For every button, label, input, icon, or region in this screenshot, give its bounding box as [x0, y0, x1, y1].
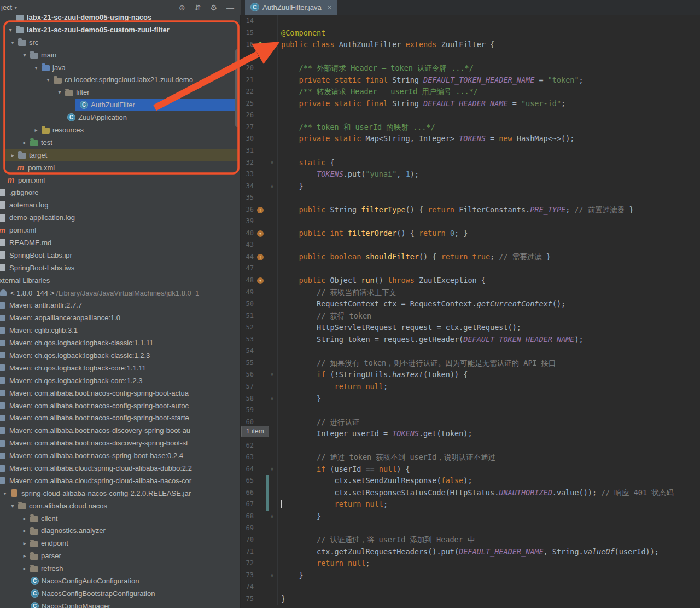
tree-item[interactable]: SpringBoot-Labs.ipr — [0, 249, 240, 262]
code-editor[interactable]: 1415@Component16public class AuthZuulFil… — [241, 15, 700, 608]
code-line[interactable]: 69 — [241, 523, 700, 535]
tree-item[interactable]: External Libraries — [0, 274, 240, 287]
chevron-down-icon[interactable]: ▾ — [8, 503, 18, 509]
tree-item[interactable]: CNacosConfigAutoConfiguration — [0, 575, 240, 587]
code-line[interactable]: 68∧ } — [241, 511, 700, 523]
settings-gear-icon[interactable]: ⚙ — [210, 3, 217, 12]
code-line[interactable]: 47 — [241, 263, 700, 275]
chevron-down-icon[interactable]: ▾ — [8, 39, 18, 45]
code-line[interactable]: 74 — [241, 581, 700, 593]
fold-marker-icon[interactable]: ∨ — [267, 157, 278, 169]
close-icon[interactable]: × — [328, 3, 332, 11]
tree-item[interactable]: CNacosConfigManager — [0, 600, 240, 608]
chevron-down-icon[interactable]: ▾ — [5, 27, 15, 33]
code-line[interactable]: 54 — [241, 345, 700, 357]
code-line[interactable]: 56∨ if (!StringUtils.hasText(token)) { — [241, 369, 700, 381]
code-line[interactable]: 55 // 如果没有 token，则不进行认证。因为可能是无需认证的 API 接… — [241, 357, 700, 369]
chevron-right-icon[interactable]: ▸ — [20, 516, 30, 522]
tree-item[interactable]: Maven: cglib:cglib:3.1 — [0, 324, 240, 337]
chevron-down-icon[interactable]: ▾ — [0, 490, 10, 496]
tree-item[interactable]: CNacosConfigBootstrapConfiguration — [0, 587, 240, 600]
tree-item[interactable]: CZuulApplication — [0, 111, 240, 124]
code-line[interactable]: 72 return null; — [241, 558, 700, 570]
project-view-selector[interactable]: ject ▾ — [0, 3, 17, 11]
tree-item[interactable]: ▸endpoint — [0, 537, 240, 549]
tree-item[interactable]: Maven: ch.qos.logback:logback-classic:1.… — [0, 337, 240, 349]
tree-item[interactable]: ▸parser — [0, 549, 240, 562]
hide-panel-icon[interactable]: — — [226, 3, 234, 12]
tree-item[interactable]: ▾cn.iocoder.springcloud.labx21.zuul.demo — [0, 73, 240, 86]
code-line[interactable]: 53 String token = request.getHeader(DEFA… — [241, 334, 700, 346]
tree-item[interactable]: Maven: com.alibaba.boot:nacos-config-spr… — [0, 387, 240, 399]
tree-item[interactable]: ▸resources — [0, 124, 240, 136]
chevron-right-icon[interactable]: ▸ — [20, 565, 30, 571]
code-line[interactable]: 22 /** 转发请求 Header — userId 用户编号 ...*/ — [241, 86, 700, 98]
tree-item[interactable]: Maven: com.alibaba.cloud:spring-cloud-al… — [0, 474, 240, 487]
code-line[interactable]: 35 — [241, 192, 700, 204]
code-line[interactable]: 31 — [241, 145, 700, 157]
chevron-right-icon[interactable]: ▸ — [20, 540, 30, 546]
tree-item[interactable]: ▾java — [0, 61, 240, 74]
tree-item[interactable]: Maven: aopalliance:aopalliance:1.0 — [0, 311, 240, 324]
fold-marker-icon[interactable]: ∧ — [267, 393, 278, 405]
code-line[interactable]: 48↑ public Object run() throws ZuulExcep… — [241, 275, 700, 287]
tree-item[interactable]: ▾main — [0, 49, 240, 61]
tree-item[interactable]: CAuthZuulFilter — [0, 99, 240, 111]
code-line[interactable]: 71 ctx.getZuulRequestHeaders().put(DEFAU… — [241, 546, 700, 558]
code-line[interactable]: 34∧ } — [241, 181, 700, 193]
code-line[interactable]: 60 // 进行认证 — [241, 416, 700, 429]
spring-bean-icon[interactable] — [254, 39, 267, 51]
tree-item[interactable]: mpom.xml — [0, 161, 240, 174]
code-line[interactable]: 16public class AuthZuulFilter extends Zu… — [241, 39, 700, 51]
tree-item[interactable]: Maven: com.alibaba.boot:nacos-config-spr… — [0, 399, 240, 412]
tree-item[interactable]: demo-application.log — [0, 211, 240, 224]
code-line[interactable]: 49 // 获取当前请求上下文 — [241, 287, 700, 299]
code-line[interactable]: 59 — [241, 404, 700, 416]
code-line[interactable]: 20 /** 外部请求 Header — token 认证令牌 ...*/ — [241, 62, 700, 74]
code-line[interactable]: 39 — [241, 216, 700, 228]
tree-item[interactable]: README.md — [0, 236, 240, 249]
code-line[interactable]: 58∧ } — [241, 393, 700, 405]
code-line[interactable]: 67 return null; — [241, 499, 700, 511]
code-line[interactable] — [241, 51, 700, 63]
tree-item[interactable]: Maven: com.alibaba.boot:nacos-discovery-… — [0, 437, 240, 449]
code-line[interactable]: 27 /** token 和 userId 的映射 ...*/ — [241, 121, 700, 134]
code-line[interactable]: 44↑ public boolean shouldFilter() { retu… — [241, 251, 700, 263]
chevron-right-icon[interactable]: ▸ — [20, 528, 30, 534]
code-line[interactable]: 73∧ } — [241, 570, 700, 582]
code-line[interactable]: 62 — [241, 440, 700, 452]
code-line[interactable]: 40↑ public int filterOrder() { return 0;… — [241, 228, 700, 240]
chevron-right-icon[interactable]: ▸ — [8, 152, 18, 158]
overriding-method-icon[interactable]: ↑ — [254, 251, 267, 263]
fold-marker-icon[interactable]: ∧ — [267, 570, 278, 582]
code-line[interactable]: 57 return null; — [241, 381, 700, 393]
tree-item[interactable]: ▸diagnostics.analyzer — [0, 525, 240, 537]
code-line[interactable]: 52 HttpServletRequest request = ctx.getR… — [241, 322, 700, 334]
code-line[interactable]: 70 // 认证通过，将 userId 添加到 Header 中 — [241, 534, 700, 546]
code-line[interactable]: 51 // 获得 token — [241, 310, 700, 322]
chevron-right-icon[interactable]: ▸ — [20, 140, 30, 146]
tree-item[interactable]: ▸client — [0, 512, 240, 525]
tree-item[interactable]: Maven: com.alibaba.boot:nacos-spring-boo… — [0, 449, 240, 462]
tab-authzuulfilter[interactable]: C AuthZuulFilter.java × — [245, 0, 337, 15]
tree-item[interactable]: Maven: antlr:antlr:2.7.7 — [0, 299, 240, 311]
overriding-method-icon[interactable]: ↑ — [254, 228, 267, 240]
code-line[interactable]: 25 private static final String DEFAULT_H… — [241, 98, 700, 110]
overriding-method-icon[interactable]: ↑ — [254, 275, 267, 287]
code-line[interactable]: 65 ctx.setSendZuulResponse(false); — [241, 475, 700, 487]
chevron-down-icon[interactable]: ▾ — [55, 89, 65, 95]
tree-item[interactable]: Maven: com.alibaba.boot:nacos-discovery-… — [0, 424, 240, 437]
code-line[interactable]: 64∨ if (userId == null) { — [241, 464, 700, 476]
code-line[interactable]: 66 ctx.setResponseStatusCode(HttpStatus.… — [241, 487, 700, 499]
code-line[interactable]: 30 private static Map<String, Integer> T… — [241, 133, 700, 145]
tree-item[interactable]: mpom.xml — [0, 224, 240, 236]
tree-item[interactable]: labx-21-sc-zuul-demo05-using-nacos — [0, 15, 240, 24]
code-line[interactable]: 21 private static final String DEFAULT_T… — [241, 74, 700, 86]
code-line[interactable]: 63 // 通过 token 获取不到 userId，说明认证不通过 — [241, 451, 700, 464]
fold-marker-icon[interactable]: ∨ — [267, 464, 278, 476]
tree-item[interactable]: ▸target — [0, 149, 240, 161]
tree-item[interactable]: ▾com.alibaba.cloud.nacos — [0, 500, 240, 512]
fold-marker-icon[interactable]: ∧ — [267, 181, 278, 193]
tree-item[interactable]: ▸refresh — [0, 562, 240, 575]
tree-item[interactable]: Maven: ch.qos.logback:logback-classic:1.… — [0, 349, 240, 362]
